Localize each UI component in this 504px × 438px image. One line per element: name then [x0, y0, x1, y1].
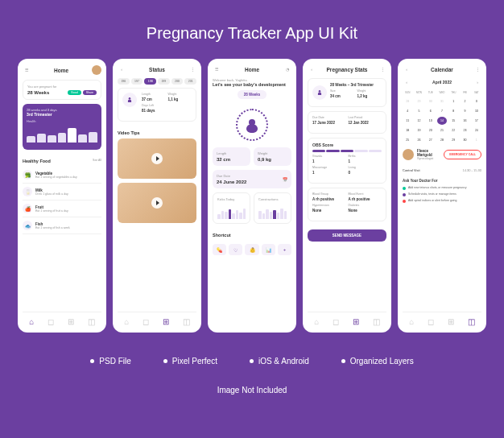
cal-day[interactable]: 8: [448, 107, 458, 115]
cal-day[interactable]: 1: [472, 136, 481, 144]
nav-stats-icon[interactable]: ⊞: [448, 317, 454, 326]
cal-day[interactable]: 16: [460, 117, 469, 125]
cal-day[interactable]: 15: [448, 117, 458, 125]
day-head: SAT: [472, 89, 481, 96]
week-pill[interactable]: 197: [131, 78, 143, 85]
cal-day[interactable]: 29: [414, 97, 423, 105]
kicks-card[interactable]: Kicks Today: [213, 192, 250, 224]
shortcut-heart-icon[interactable]: ♡: [229, 244, 242, 255]
cal-day[interactable]: 3: [472, 97, 481, 105]
cal-day[interactable]: 1: [448, 97, 458, 105]
cal-day[interactable]: 7: [437, 107, 447, 115]
cal-day[interactable]: 19: [414, 126, 423, 134]
nav-home-icon[interactable]: ⌂: [29, 317, 34, 326]
cal-day[interactable]: 25: [403, 136, 412, 144]
shortcut-baby-icon[interactable]: 👶: [245, 244, 258, 255]
see-all-link[interactable]: See All: [93, 159, 101, 162]
nav-stats-icon[interactable]: ⊞: [163, 317, 169, 326]
nav-home-icon[interactable]: ⌂: [314, 317, 319, 326]
week-selector[interactable]: 196 197 198 199 200 201: [118, 78, 196, 85]
back-icon[interactable]: ‹: [118, 65, 126, 73]
shortcut-chart-icon[interactable]: 📊: [262, 244, 275, 255]
kicks-chart: [217, 203, 246, 219]
week-pill[interactable]: 196: [118, 78, 130, 85]
bell-icon[interactable]: ◔: [283, 65, 291, 73]
shortcut-more-icon[interactable]: +: [278, 244, 291, 255]
video-thumbnail[interactable]: [118, 138, 196, 179]
menu-icon[interactable]: ☰: [23, 66, 31, 74]
cal-day[interactable]: 20: [426, 126, 436, 134]
cal-day[interactable]: 12: [414, 117, 423, 125]
nav-calendar-icon[interactable]: ◫: [183, 317, 190, 326]
cal-day[interactable]: 29: [448, 136, 458, 144]
week-pill[interactable]: 199: [158, 78, 170, 85]
nav-chat-icon[interactable]: ◻: [428, 317, 434, 326]
gravida-value: 1: [312, 159, 346, 163]
food-item[interactable]: 🥦VegetableEat 1 serving of vegetables a …: [23, 167, 101, 184]
cal-day[interactable]: 5: [414, 107, 423, 115]
calendar-grid: SUNMONTUEWEDTHUFRISAT 28293031123 456789…: [403, 89, 481, 144]
next-month-icon[interactable]: ›: [473, 78, 481, 86]
nav-home-icon[interactable]: ⌂: [409, 317, 414, 326]
cal-day[interactable]: 13: [426, 117, 436, 125]
cal-day[interactable]: 18: [403, 126, 412, 134]
more-icon[interactable]: ⋮: [378, 65, 386, 73]
cal-day[interactable]: 28: [437, 136, 447, 144]
cal-day[interactable]: 6: [426, 107, 436, 115]
length-value: 32 cm: [217, 157, 246, 162]
cal-day[interactable]: 27: [426, 136, 436, 144]
week-pill-active[interactable]: 198: [144, 78, 156, 85]
cal-day[interactable]: 10: [472, 107, 481, 115]
week-pill[interactable]: 201: [184, 78, 196, 85]
baby-stats-card: Length37 cm Weight1,1 kg Days Left81 day…: [118, 88, 196, 122]
cal-day[interactable]: 4: [403, 107, 412, 115]
cal-day[interactable]: 30: [426, 97, 436, 105]
length-value: 37 cm: [142, 97, 166, 101]
svg-point-2: [319, 90, 321, 93]
share-button[interactable]: Share: [83, 90, 97, 95]
cal-day[interactable]: 24: [472, 126, 481, 134]
nav-chat-icon[interactable]: ◻: [333, 317, 339, 326]
weight-value: 1,2 kg: [357, 94, 382, 98]
nav-calendar-icon[interactable]: ◫: [468, 317, 475, 326]
prev-month-icon[interactable]: ‹: [403, 78, 411, 86]
more-icon[interactable]: ⋮: [473, 65, 481, 73]
length-label: Length: [142, 93, 166, 96]
page-title: Pregnancy Tracker App UI Kit: [0, 0, 504, 59]
nav-chat-icon[interactable]: ◻: [143, 317, 149, 326]
cal-day[interactable]: 31: [437, 97, 447, 105]
avatar[interactable]: [92, 65, 101, 75]
back-icon[interactable]: ‹: [308, 65, 316, 73]
contractions-card[interactable]: Constractions: [254, 192, 291, 224]
nav-home-icon[interactable]: ⌂: [124, 317, 129, 326]
food-item[interactable]: 🐟FishEat 1 serving of fish a week: [23, 217, 101, 234]
shortcut-pill-icon[interactable]: 💊: [213, 244, 226, 255]
cal-day[interactable]: 9: [460, 107, 469, 115]
cal-day[interactable]: 2: [460, 97, 469, 105]
week-pill[interactable]: 200: [171, 78, 184, 85]
video-thumbnail[interactable]: [118, 183, 196, 223]
nav-stats-icon[interactable]: ⊞: [353, 317, 359, 326]
cal-day-selected[interactable]: 14: [437, 117, 447, 125]
cal-day[interactable]: 21: [437, 126, 447, 134]
cal-day[interactable]: 28: [403, 97, 412, 105]
cal-day[interactable]: 22: [448, 126, 458, 134]
cal-day[interactable]: 17: [472, 117, 481, 125]
food-item[interactable]: 🥛MilkDrink 1 glass of milk a day: [23, 184, 101, 200]
nav-calendar-icon[interactable]: ◫: [373, 317, 380, 326]
emergency-call-button[interactable]: EMERGENCY CALL: [444, 150, 481, 159]
food-item[interactable]: 🍎FruitEat 1 serving of fruit a day: [23, 200, 101, 217]
nav-calendar-icon[interactable]: ◫: [88, 317, 95, 326]
nav-chat-icon[interactable]: ◻: [48, 317, 54, 326]
back-icon[interactable]: ‹: [403, 65, 411, 73]
send-message-button[interactable]: SEND MESSAGE: [308, 229, 386, 242]
healthy-food-title: Healthy Food: [23, 159, 51, 163]
cal-day[interactable]: 11: [403, 117, 412, 125]
cal-day[interactable]: 26: [414, 136, 423, 144]
more-icon[interactable]: ⋮: [188, 65, 196, 73]
cal-day[interactable]: 30: [460, 136, 469, 144]
feature-text: PSD File: [99, 357, 130, 366]
nav-stats-icon[interactable]: ⊞: [68, 317, 74, 326]
menu-icon[interactable]: ☰: [213, 65, 221, 73]
cal-day[interactable]: 23: [460, 126, 469, 134]
